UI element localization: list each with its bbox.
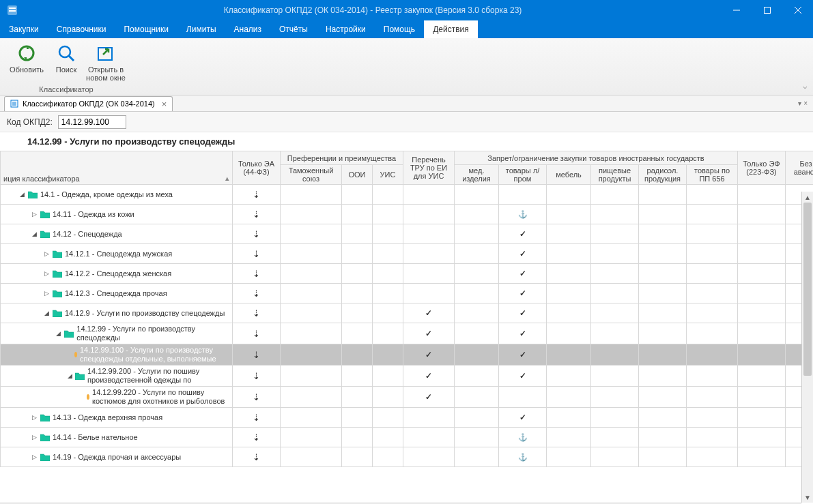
- minimize-button[interactable]: [721, 0, 752, 20]
- menubar: ЗакупкиСправочникиПомощникиЛимитыАнализО…: [0, 20, 813, 38]
- vertical-scrollbar[interactable]: ▲▼: [801, 192, 813, 503]
- table-row[interactable]: ◢14.12.99.200 - Услуги по пошиву произво…: [1, 366, 814, 387]
- menu-item-0[interactable]: Закупки: [0, 20, 48, 38]
- ribbon-collapse-icon[interactable]: ⌵: [803, 82, 808, 91]
- expander-icon[interactable]: ▷: [43, 250, 50, 257]
- item-icon: [87, 394, 89, 400]
- folder-icon: [40, 210, 50, 218]
- table-row[interactable]: ◢14.12.9 - Услуги по производству спецод…: [1, 303, 814, 323]
- folder-icon: [40, 453, 50, 461]
- col-uis[interactable]: УИС: [373, 165, 403, 185]
- check-icon: [425, 372, 432, 380]
- col-ooi[interactable]: ООИ: [342, 165, 373, 185]
- col-group-pref: Преференции и преимущества: [281, 151, 403, 165]
- menu-item-4[interactable]: Анализ: [225, 20, 271, 38]
- menu-item-8[interactable]: Действия: [424, 20, 478, 38]
- folder-icon: [53, 309, 62, 317]
- check-icon: [425, 329, 432, 338]
- table-row[interactable]: 14.12.99.100 - Услуги по производству сп…: [1, 344, 814, 366]
- menu-item-5[interactable]: Отчёты: [270, 20, 317, 38]
- col-group-ban: Запрет/ограничение закупки товаров иност…: [455, 151, 738, 165]
- expander-icon[interactable]: ◢: [55, 330, 61, 337]
- refresh-icon: [16, 42, 38, 64]
- arrow-down-icon: [253, 330, 260, 338]
- col-med[interactable]: мед. изделия: [455, 165, 499, 185]
- menu-item-6[interactable]: Настройки: [317, 20, 375, 38]
- svg-line-9: [69, 56, 74, 61]
- row-label: 14.12.99.200 - Услуги по пошиву производ…: [87, 367, 229, 385]
- folder-icon: [40, 230, 50, 238]
- check-icon: [519, 351, 526, 359]
- arrow-down-icon: [253, 191, 260, 199]
- folder-icon: [28, 190, 38, 198]
- col-only-ef[interactable]: Только ЭФ (223-ФЗ): [738, 151, 786, 185]
- menu-item-3[interactable]: Лимиты: [177, 20, 225, 38]
- document-tab[interactable]: Классификатор ОКПД2 (ОК 034-2014) ×: [4, 96, 173, 111]
- col-list-tru[interactable]: Перечень ТРУ по ЕИ для УИС: [403, 151, 455, 185]
- arrow-down-icon: [253, 394, 260, 402]
- table-row[interactable]: ▷14.19 - Одежда прочая и аксессуары: [1, 447, 814, 467]
- col-radio[interactable]: радиоэл. продукция: [639, 165, 687, 185]
- check-icon: [519, 309, 526, 317]
- expander-icon[interactable]: ◢: [18, 191, 25, 198]
- anchor-icon: [518, 433, 528, 441]
- table-row[interactable]: ▷14.11 - Одежда из кожи: [1, 205, 814, 224]
- table-row[interactable]: ▷14.13 - Одежда верхняя прочая: [1, 408, 814, 428]
- expander-icon[interactable]: ◢: [43, 310, 50, 316]
- row-label: 14.12 - Спецодежда: [53, 230, 122, 239]
- table-row[interactable]: 14.12.99.220 - Услуги по пошиву костюмов…: [1, 387, 814, 408]
- row-label: 14.12.99.220 - Услуги по пошиву костюмов…: [92, 388, 229, 406]
- table-row[interactable]: ▷14.12.3 - Спецодежда прочая: [1, 284, 814, 303]
- expander-icon[interactable]: ▷: [31, 434, 38, 441]
- folder-icon: [40, 433, 50, 441]
- expander-icon[interactable]: ▷: [31, 454, 38, 460]
- arrow-down-icon: [253, 351, 260, 359]
- check-icon: [519, 289, 526, 297]
- app-icon: [0, 0, 25, 20]
- col-food[interactable]: пищевые продукты: [591, 165, 639, 185]
- col-furniture[interactable]: мебель: [547, 165, 591, 185]
- expander-icon[interactable]: ▷: [43, 290, 50, 297]
- ribbon-group-label: Классификатор: [7, 85, 126, 93]
- table-row[interactable]: ▷14.12.2 - Спецодежда женская: [1, 264, 814, 284]
- menu-item-7[interactable]: Помощь: [375, 20, 424, 38]
- col-pp656[interactable]: товары по ПП 656: [687, 165, 738, 185]
- expander-icon[interactable]: ▷: [31, 211, 38, 218]
- table-row[interactable]: ◢14.12 - Спецодежда: [1, 224, 814, 244]
- okpd-code-input[interactable]: [58, 115, 126, 129]
- menu-item-2[interactable]: Помощники: [115, 20, 177, 38]
- tab-close-icon[interactable]: ×: [162, 99, 167, 109]
- col-lprom[interactable]: товары л/пром: [499, 165, 547, 185]
- grid-area: иция классификатора▴ Только ЭА (44-ФЗ) П…: [0, 151, 813, 504]
- expander-icon[interactable]: ▷: [31, 414, 38, 421]
- col-no-advance[interactable]: Без аванса: [786, 151, 813, 185]
- tab-options-icon[interactable]: ▾ ×: [798, 100, 813, 107]
- folder-icon: [40, 413, 50, 421]
- arrow-down-icon: [253, 434, 260, 442]
- table-row[interactable]: ◢14.12.99 - Услуги по производству спецо…: [1, 323, 814, 344]
- table-row[interactable]: ▷14.12.1 - Спецодежда мужская: [1, 244, 814, 264]
- col-customs[interactable]: Таможенный союз: [281, 165, 342, 185]
- arrow-down-icon: [253, 250, 260, 258]
- maximize-button[interactable]: [752, 0, 782, 20]
- arrow-down-icon: [253, 211, 260, 219]
- expander-icon[interactable]: ▷: [43, 270, 50, 277]
- table-row[interactable]: ▷14.14 - Белье нательное: [1, 428, 814, 447]
- menu-item-1[interactable]: Справочники: [48, 20, 115, 38]
- close-button[interactable]: [782, 0, 813, 20]
- col-tree[interactable]: иция классификатора▴: [1, 151, 233, 185]
- check-icon: [519, 329, 526, 338]
- filter-label: Код ОКПД2:: [7, 117, 53, 127]
- expander-icon[interactable]: ◢: [68, 372, 72, 379]
- svg-rect-1: [9, 8, 16, 9]
- row-label: 14.12.99 - Услуги по производству спецод…: [76, 325, 229, 342]
- col-only-ea[interactable]: Только ЭА (44-ФЗ): [233, 151, 281, 185]
- row-label: 14.1 - Одежда, кроме одежды из меха: [40, 190, 173, 199]
- expander-icon[interactable]: ◢: [31, 231, 38, 237]
- search-icon: [55, 42, 77, 64]
- table-row[interactable]: ◢14.1 - Одежда, кроме одежды из меха: [1, 185, 814, 205]
- anchor-icon: [518, 210, 528, 218]
- row-label: 14.19 - Одежда прочая и аксессуары: [53, 453, 181, 462]
- check-icon: [519, 413, 526, 421]
- row-label: 14.11 - Одежда из кожи: [53, 210, 134, 219]
